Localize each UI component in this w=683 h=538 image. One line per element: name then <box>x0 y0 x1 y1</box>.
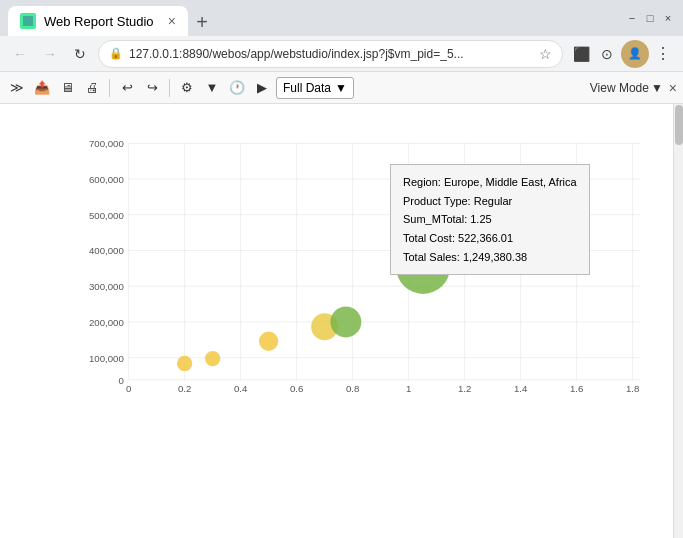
maximize-button[interactable]: □ <box>643 11 657 25</box>
minimize-button[interactable]: − <box>625 11 639 25</box>
main-content: 700,000 600,000 500,000 400,000 300,000 … <box>0 104 683 538</box>
address-bar: ← → ↻ 🔒 127.0.0.1:8890/webos/app/webstud… <box>0 36 683 72</box>
separator-1 <box>109 79 110 97</box>
toolbar-arrow-button[interactable]: ▶ <box>251 77 273 99</box>
bubble-asia-2[interactable] <box>205 351 220 366</box>
tab-title: Web Report Studio <box>44 14 154 29</box>
svg-text:300,000: 300,000 <box>89 281 124 292</box>
toolbar: ≫ 📤 🖥 🖨 ↩ ↪ ⚙ ▼ 🕐 ▶ Full Data ▼ View Mod… <box>0 72 683 104</box>
bubble-asia-1[interactable] <box>177 356 192 371</box>
svg-text:500,000: 500,000 <box>89 210 124 221</box>
tab-close-button[interactable]: × <box>168 13 176 29</box>
svg-rect-0 <box>23 16 33 26</box>
view-mode-button[interactable]: View Mode ▼ <box>590 81 663 95</box>
new-tab-button[interactable]: + <box>188 8 216 36</box>
svg-text:1.4: 1.4 <box>514 383 528 394</box>
svg-text:1.6: 1.6 <box>570 383 583 394</box>
cast-button[interactable]: ⊙ <box>595 42 619 66</box>
chart-container: 700,000 600,000 500,000 400,000 300,000 … <box>0 104 683 538</box>
svg-text:1.2: 1.2 <box>458 383 471 394</box>
svg-text:0.8: 0.8 <box>346 383 359 394</box>
toolbar-close-button[interactable]: × <box>669 80 677 96</box>
bubble-northam-1[interactable] <box>330 306 361 337</box>
svg-text:0: 0 <box>118 375 123 386</box>
svg-text:1.8: 1.8 <box>626 383 639 394</box>
chart-svg: 700,000 600,000 500,000 400,000 300,000 … <box>60 124 680 404</box>
forward-button[interactable]: → <box>38 42 62 66</box>
svg-text:1: 1 <box>406 383 411 394</box>
security-icon: 🔒 <box>109 47 123 60</box>
svg-text:0: 0 <box>126 383 131 394</box>
bookmark-icon[interactable]: ☆ <box>539 46 552 62</box>
svg-text:0.6: 0.6 <box>290 383 303 394</box>
toolbar-expand-button[interactable]: ≫ <box>6 77 28 99</box>
profile-button[interactable]: 👤 <box>621 40 649 68</box>
toolbar-export-button[interactable]: 🖥 <box>56 77 78 99</box>
tab-favicon <box>20 13 36 29</box>
toolbar-save-button[interactable]: 📤 <box>31 77 53 99</box>
browser-tab[interactable]: Web Report Studio × <box>8 6 188 36</box>
extensions-button[interactable]: ⬛ <box>569 42 593 66</box>
svg-text:600,000: 600,000 <box>89 174 124 185</box>
toolbar-time-button[interactable]: 🕐 <box>226 77 248 99</box>
toolbar-filter2-button[interactable]: ▼ <box>201 77 223 99</box>
svg-text:0.4: 0.4 <box>234 383 248 394</box>
toolbar-redo-button[interactable]: ↪ <box>141 77 163 99</box>
separator-2 <box>169 79 170 97</box>
svg-text:100,000: 100,000 <box>89 353 124 364</box>
svg-text:700,000: 700,000 <box>89 138 124 149</box>
data-mode-dropdown[interactable]: Full Data ▼ <box>276 77 354 99</box>
toolbar-filter-button[interactable]: ⚙ <box>176 77 198 99</box>
svg-text:400,000: 400,000 <box>89 245 124 256</box>
url-text: 127.0.0.1:8890/webos/app/webstudio/index… <box>129 47 533 61</box>
window-close-button[interactable]: × <box>661 11 675 25</box>
menu-button[interactable]: ⋮ <box>651 42 675 65</box>
url-input[interactable]: 🔒 127.0.0.1:8890/webos/app/webstudio/ind… <box>98 40 563 68</box>
reload-button[interactable]: ↻ <box>68 42 92 66</box>
svg-text:200,000: 200,000 <box>89 317 124 328</box>
scrollbar-thumb[interactable] <box>675 105 683 145</box>
back-button[interactable]: ← <box>8 42 32 66</box>
bubble-asia-3[interactable] <box>259 332 278 351</box>
toolbar-undo-button[interactable]: ↩ <box>116 77 138 99</box>
scrollbar[interactable] <box>673 104 683 538</box>
toolbar-print-button[interactable]: 🖨 <box>81 77 103 99</box>
svg-text:0.2: 0.2 <box>178 383 191 394</box>
